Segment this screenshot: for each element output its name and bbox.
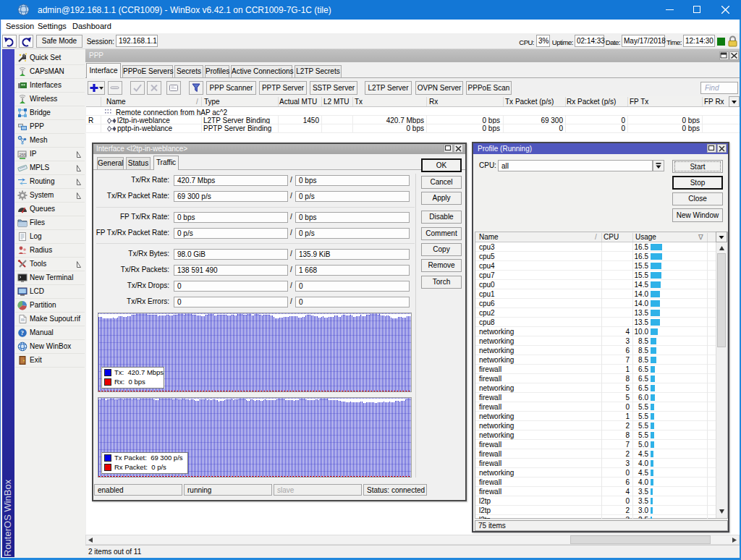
svg-text:?: ?	[21, 329, 24, 336]
svg-text:255: 255	[19, 153, 27, 157]
